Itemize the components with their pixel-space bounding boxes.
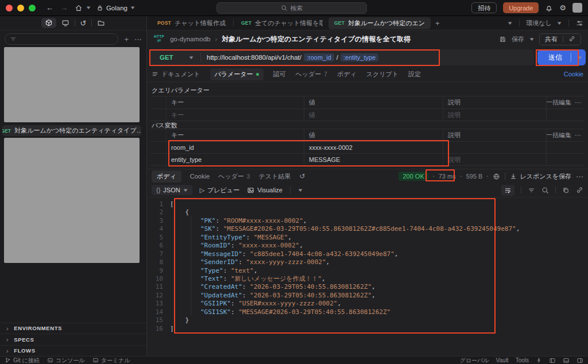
value-input[interactable]: xxxx-xxxx-0002: [304, 142, 443, 153]
lightning-icon[interactable]: [536, 357, 542, 363]
more-icon[interactable]: ⋯: [134, 36, 142, 43]
global-search-input[interactable]: 検索: [216, 2, 367, 14]
sidebar-section-environments[interactable]: ›ENVIRONMENTS: [0, 323, 146, 334]
more-icon[interactable]: ⋯: [576, 173, 583, 180]
right-panel-icon[interactable]: [577, 357, 583, 364]
search-body-icon[interactable]: [541, 187, 549, 194]
tab-get-all-chat[interactable]: GET 全てのチャット情報を取得: [235, 17, 328, 29]
sidebar-section-flows[interactable]: ›FLOWS: [0, 345, 146, 357]
save-button[interactable]: 保存: [512, 35, 524, 44]
history-icon[interactable]: ↺: [80, 20, 87, 27]
global-variables-button[interactable]: グローバル: [460, 357, 489, 364]
add-request-icon[interactable]: +: [124, 36, 129, 43]
tab-body[interactable]: ボディ: [337, 70, 357, 79]
key-input[interactable]: キー: [167, 109, 304, 121]
key-input[interactable]: room_id: [167, 142, 304, 153]
format-dropdown[interactable]: {} JSON ▼: [152, 185, 192, 195]
settings-gear-icon[interactable]: ⚙: [559, 4, 566, 11]
value-input[interactable]: MESSAGE: [304, 154, 443, 165]
tab-headers[interactable]: ヘッダー7: [296, 70, 327, 79]
request-thumbnail-bottom[interactable]: [4, 138, 140, 263]
copy-icon[interactable]: [562, 187, 570, 194]
tab-authorization[interactable]: 認可: [273, 70, 286, 79]
tab-parameters[interactable]: パラメーター: [210, 68, 264, 80]
tab-documentation[interactable]: ドキュメント: [152, 70, 200, 79]
path-param-entity-type[interactable]: :entity_type: [341, 53, 378, 61]
bottom-panel-icon[interactable]: [563, 357, 570, 364]
tab-list-chevron-icon[interactable]: ▼: [506, 21, 513, 26]
breadcrumb-collection[interactable]: go-dynamodb: [170, 36, 210, 42]
response-tab-headers[interactable]: ヘッダー3: [218, 172, 250, 181]
environment-quick-look-icon[interactable]: [576, 20, 583, 27]
workspace-switcher[interactable]: Golang ▼: [96, 5, 135, 11]
tools-button[interactable]: Tools: [516, 357, 529, 363]
user-avatar[interactable]: [572, 3, 582, 13]
key-input[interactable]: entity_type: [167, 154, 304, 165]
collections-cube-icon[interactable]: [41, 18, 56, 28]
response-tab-body[interactable]: ボディ: [152, 171, 181, 183]
more-icon[interactable]: ⋯: [575, 99, 581, 106]
save-response-button[interactable]: レスポンスを保存: [510, 172, 571, 181]
response-history-icon[interactable]: ↺: [299, 173, 305, 180]
wrap-text-icon[interactable]: [501, 185, 514, 196]
send-chevron-icon[interactable]: ▼: [571, 53, 588, 62]
zoom-window-button[interactable]: [29, 5, 36, 11]
response-body-code[interactable]: 1[2 {3 "PK": "ROOM#xxxx-xxxx-0002",4 "SK…: [147, 198, 588, 356]
home-chevron-icon[interactable]: ▼: [85, 5, 91, 10]
git-connect-button[interactable]: Git に接続: [5, 357, 40, 364]
share-button[interactable]: 共有: [539, 33, 581, 45]
network-globe-icon[interactable]: [493, 173, 500, 180]
save-floppy-icon[interactable]: [499, 36, 506, 43]
notifications-bell-icon[interactable]: [545, 4, 553, 12]
visualize-chevron-icon[interactable]: ▼: [297, 188, 303, 193]
bulk-edit-button[interactable]: 一括編集: [547, 131, 571, 140]
tab-settings[interactable]: 設定: [408, 70, 421, 79]
tab-get-target-room[interactable]: GET 対象ルームかつ特定のエン: [328, 17, 431, 29]
folder-icon[interactable]: [97, 19, 105, 27]
new-tab-icon[interactable]: +: [435, 20, 440, 27]
console-button[interactable]: コンソール: [47, 357, 85, 364]
tab-scripts[interactable]: スクリプト: [366, 70, 399, 79]
preview-button[interactable]: ▷ プレビュー: [200, 186, 240, 195]
url-input[interactable]: http://localhost:8080/api/v1/chat/ :room…: [201, 53, 378, 61]
desc-input[interactable]: 説明: [443, 109, 547, 121]
environment-selector[interactable]: 環境なし: [527, 19, 552, 28]
response-tab-tests[interactable]: テスト結果: [258, 172, 291, 181]
method-dropdown[interactable]: GET ▼: [150, 53, 201, 62]
row-handle[interactable]: [150, 154, 167, 165]
back-icon[interactable]: ←: [46, 4, 53, 11]
terminal-button[interactable]: ターミナル: [92, 357, 130, 364]
filter-lines-icon[interactable]: [528, 187, 535, 194]
save-chevron-icon[interactable]: ▼: [528, 37, 535, 42]
close-window-button[interactable]: [6, 5, 13, 11]
desc-input[interactable]: 説明: [443, 154, 547, 165]
forward-icon[interactable]: →: [60, 4, 68, 11]
environment-chevron-icon[interactable]: ▼: [556, 21, 562, 26]
upgrade-button[interactable]: Upgrade: [503, 2, 539, 13]
row-handle[interactable]: [150, 142, 167, 153]
visualize-button[interactable]: Visualize: [247, 187, 283, 194]
desc-input[interactable]: [443, 142, 547, 153]
filter-input[interactable]: [5, 33, 118, 45]
value-input[interactable]: 値: [304, 109, 443, 121]
bulk-edit-button[interactable]: 一括編集: [547, 98, 571, 107]
more-icon[interactable]: ⋯: [575, 132, 581, 138]
vault-button[interactable]: Vault: [496, 357, 509, 363]
url-bar[interactable]: GET ▼ http://localhost:8080/api/v1/chat/…: [150, 49, 534, 65]
tab-create-chat[interactable]: POST チャット情報作成: [152, 17, 231, 29]
invite-button[interactable]: 招待: [471, 2, 497, 13]
sidebar-request-item[interactable]: GET 対象ルームかつ特定のエンティティタイプ…: [2, 125, 141, 136]
copy-link-icon[interactable]: [563, 36, 581, 42]
link-icon[interactable]: [576, 187, 583, 194]
path-param-room-id[interactable]: :room_id: [304, 53, 334, 61]
apis-monitor-icon[interactable]: [61, 19, 69, 27]
sidebar-section-specs[interactable]: ›SPECS: [0, 334, 146, 345]
response-tab-cookie[interactable]: Cookie: [190, 173, 210, 180]
cookie-link[interactable]: Cookie: [564, 71, 583, 78]
share-label[interactable]: 共有: [540, 35, 563, 44]
minimize-window-button[interactable]: [17, 5, 24, 11]
left-panel-icon[interactable]: [549, 357, 556, 364]
request-thumbnail-top[interactable]: [4, 47, 140, 122]
row-handle[interactable]: [150, 109, 167, 121]
send-button[interactable]: 送信 ▼: [537, 49, 586, 65]
